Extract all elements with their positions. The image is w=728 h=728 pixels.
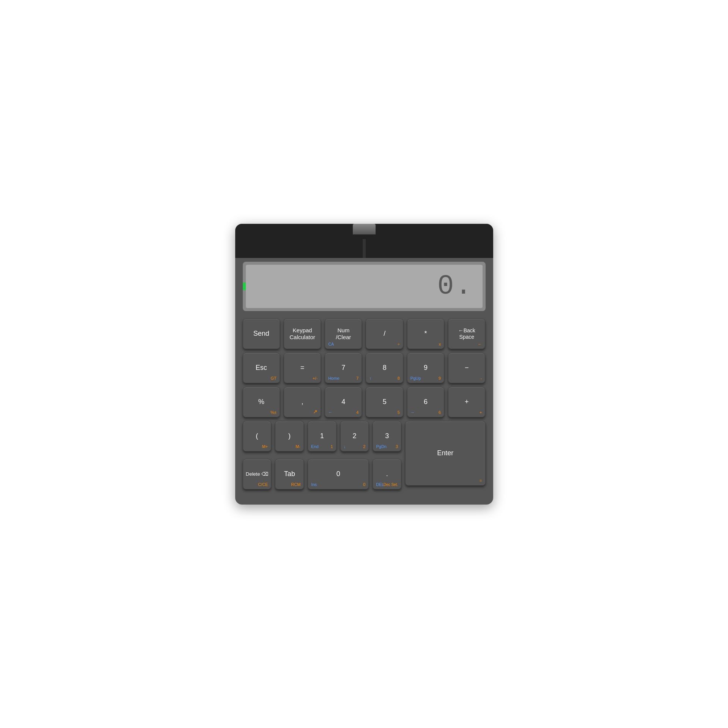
two-sub-orange: 2 bbox=[363, 444, 365, 449]
three-label: 3 bbox=[385, 432, 389, 440]
divide-sub: ÷ bbox=[398, 342, 400, 346]
tab-label: Tab bbox=[284, 470, 295, 478]
delete-label: Delete ⌫ bbox=[246, 471, 268, 477]
keypad-calc-label: KeypadCalculator bbox=[289, 327, 315, 341]
delete-key[interactable]: Delete ⌫ C/CE bbox=[243, 459, 272, 489]
seven-label: 7 bbox=[341, 364, 345, 372]
num-clear-label: Num/Clear bbox=[336, 327, 351, 341]
open-paren-key[interactable]: ( M+ bbox=[243, 421, 272, 451]
zero-sub-orange: 0 bbox=[363, 482, 365, 487]
seven-sub-orange: 7 bbox=[356, 376, 358, 381]
four-sub-orange: 4 bbox=[356, 410, 358, 415]
percent-key[interactable]: % %± bbox=[243, 387, 280, 417]
backspace-label: ←BackSpace bbox=[458, 327, 475, 340]
two-sub-blue: ↓ bbox=[344, 444, 346, 449]
eight-label: 8 bbox=[383, 364, 387, 372]
percent-sub: %± bbox=[270, 410, 277, 415]
display-value: 0. bbox=[437, 271, 473, 302]
eight-key[interactable]: 8 ↑ 8 bbox=[366, 353, 403, 383]
multiply-label: * bbox=[424, 330, 427, 338]
display-area: 0. bbox=[243, 262, 486, 311]
esc-sub: GT bbox=[271, 376, 277, 381]
five-label: 5 bbox=[383, 398, 387, 406]
usb-connector bbox=[353, 224, 376, 234]
tab-sub: RCM bbox=[291, 482, 300, 487]
close-paren-key[interactable]: ) M- bbox=[275, 421, 304, 451]
key-row-4a: ( M+ ) M- 1 End 1 2 ↓ 2 bbox=[243, 421, 402, 451]
open-paren-sub: M+ bbox=[262, 444, 268, 449]
zero-sub-blue: Ins bbox=[311, 482, 317, 487]
close-paren-sub: M- bbox=[296, 444, 300, 449]
comma-key[interactable]: , ↗ bbox=[284, 387, 321, 417]
usb-wire bbox=[363, 239, 366, 258]
esc-label: Esc bbox=[256, 364, 267, 372]
comma-sub: ↗ bbox=[313, 409, 318, 415]
divide-label: / bbox=[384, 330, 385, 338]
enter-sub: = bbox=[480, 478, 482, 483]
three-sub-orange: 3 bbox=[396, 444, 398, 449]
dot-sub-orange: Dec Set. bbox=[384, 483, 398, 487]
minus-sub: - bbox=[481, 376, 482, 381]
send-key[interactable]: Send bbox=[243, 319, 280, 349]
multiply-key[interactable]: * x bbox=[407, 319, 444, 349]
six-sub-blue: → bbox=[410, 410, 415, 415]
comma-label: , bbox=[301, 398, 303, 406]
backspace-key[interactable]: ←BackSpace ← bbox=[448, 319, 485, 349]
six-key[interactable]: 6 → 6 bbox=[407, 387, 444, 417]
six-sub-orange: 6 bbox=[439, 410, 441, 415]
equals-sub: +/- bbox=[313, 376, 318, 381]
seven-key[interactable]: 7 Home 7 bbox=[325, 353, 362, 383]
dot-label: . bbox=[386, 470, 388, 478]
three-sub-blue: PgDn bbox=[376, 444, 387, 449]
backspace-sub: ← bbox=[478, 342, 482, 346]
keypad-calc-key[interactable]: KeypadCalculator bbox=[284, 319, 321, 349]
eight-sub-orange: 8 bbox=[398, 376, 400, 381]
num-clear-sub: CA bbox=[328, 342, 334, 346]
minus-key[interactable]: − - bbox=[448, 353, 485, 383]
plus-label: + bbox=[465, 398, 469, 406]
equals-label: = bbox=[300, 364, 305, 372]
percent-label: % bbox=[258, 398, 264, 406]
seven-sub-blue: Home bbox=[328, 376, 339, 381]
dot-sub-blue: DEL bbox=[376, 482, 384, 487]
zero-key[interactable]: 0 Ins 0 bbox=[308, 459, 369, 489]
nine-key[interactable]: 9 PgUp 9 bbox=[407, 353, 444, 383]
open-paren-label: ( bbox=[256, 432, 258, 440]
four-sub-blue: ← bbox=[328, 410, 332, 415]
nine-sub-blue: PgUp bbox=[410, 376, 421, 381]
key-row-5: Delete ⌫ C/CE Tab RCM 0 Ins 0 . DEL bbox=[243, 459, 402, 489]
keys-area: Send KeypadCalculator Num/Clear CA / ÷ *… bbox=[235, 315, 493, 505]
close-paren-label: ) bbox=[288, 432, 291, 440]
nine-sub-orange: 9 bbox=[439, 376, 441, 381]
key-row-4: ( M+ ) M- 1 End 1 2 ↓ 2 bbox=[243, 421, 486, 493]
calculator: 0. Send KeypadCalculator Num/Clear CA / … bbox=[235, 224, 493, 505]
one-key[interactable]: 1 End 1 bbox=[308, 421, 336, 451]
send-key-label: Send bbox=[253, 330, 269, 338]
top-bar bbox=[235, 224, 493, 258]
eight-sub-blue: ↑ bbox=[369, 376, 371, 381]
three-key[interactable]: 3 PgDn 3 bbox=[373, 421, 401, 451]
five-sub-orange: 5 bbox=[398, 410, 400, 415]
four-key[interactable]: 4 ← 4 bbox=[325, 387, 362, 417]
multiply-sub: x bbox=[439, 342, 441, 346]
key-row-2: Esc GT = +/- 7 Home 7 8 ↑ 8 9 PgUp 9 bbox=[243, 353, 486, 383]
display-screen: 0. bbox=[246, 265, 483, 308]
one-label: 1 bbox=[320, 432, 324, 440]
tab-key[interactable]: Tab RCM bbox=[275, 459, 304, 489]
divide-key[interactable]: / ÷ bbox=[366, 319, 403, 349]
enter-label: Enter bbox=[437, 449, 453, 458]
equals-key[interactable]: = +/- bbox=[284, 353, 321, 383]
dot-key[interactable]: . DEL Dec Set. bbox=[373, 459, 401, 489]
key-row-1: Send KeypadCalculator Num/Clear CA / ÷ *… bbox=[243, 319, 486, 349]
delete-sub: C/CE bbox=[258, 482, 268, 487]
enter-key[interactable]: Enter = bbox=[405, 421, 485, 486]
esc-key[interactable]: Esc GT bbox=[243, 353, 280, 383]
nine-label: 9 bbox=[424, 364, 428, 372]
five-key[interactable]: 5 5 bbox=[366, 387, 403, 417]
one-sub-blue: End bbox=[311, 444, 319, 449]
six-label: 6 bbox=[424, 398, 428, 406]
num-clear-key[interactable]: Num/Clear CA bbox=[325, 319, 362, 349]
two-key[interactable]: 2 ↓ 2 bbox=[340, 421, 369, 451]
plus-sub: + bbox=[480, 410, 482, 415]
plus-key[interactable]: + + bbox=[448, 387, 485, 417]
